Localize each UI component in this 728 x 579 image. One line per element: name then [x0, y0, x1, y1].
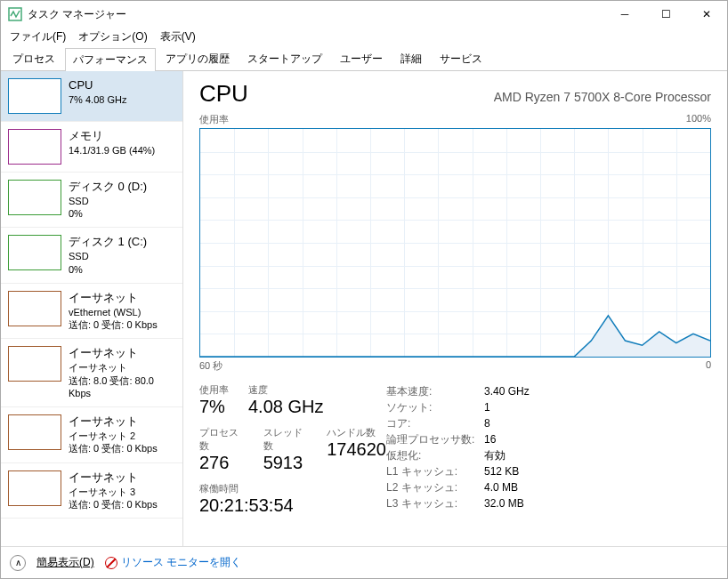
tab-processes[interactable]: プロセス	[4, 47, 63, 70]
sidebar[interactable]: CPU7% 4.08 GHz メモリ14.1/31.9 GB (44%) ディス…	[1, 71, 183, 546]
tab-services[interactable]: サービス	[432, 47, 490, 70]
stat-lbl: 稼働時間	[199, 482, 294, 495]
stat-value: 3.40 GHz	[484, 383, 530, 399]
titlebar: タスク マネージャー ─ ☐ ✕	[1, 1, 727, 28]
stat-key: 仮想化:	[386, 447, 484, 463]
resource-monitor-link[interactable]: リソース モニターを開く	[105, 555, 241, 570]
stat-lbl: 速度	[248, 383, 323, 397]
stat-value: 有効	[484, 447, 506, 463]
stat-val: 7%	[199, 397, 229, 417]
thumb-icon	[8, 78, 61, 114]
stat-key: L1 キャッシュ:	[386, 463, 484, 479]
stat-lbl: プロセス数	[199, 426, 244, 453]
stat-value: 512 KB	[484, 463, 519, 479]
sidebar-item[interactable]: イーサネットvEthernet (WSL)送信: 0 受信: 0 Kbps	[1, 284, 182, 339]
stat-val: 174620	[327, 439, 386, 460]
stat-val: 4.08 GHz	[248, 397, 323, 417]
tab-performance[interactable]: パフォーマンス	[65, 48, 156, 71]
cpu-model: AMD Ryzen 7 5700X 8-Core Processor	[494, 90, 711, 104]
minimize-button[interactable]: ─	[604, 1, 645, 28]
no-entry-icon	[105, 557, 117, 569]
stat-value: 1	[484, 399, 490, 415]
chart-label-br: 0	[706, 359, 711, 373]
menu-view[interactable]: 表示(V)	[155, 28, 201, 46]
chart-label-bl: 60 秒	[199, 359, 222, 373]
stat-key: 基本速度:	[386, 383, 484, 399]
thumb-icon	[8, 291, 61, 326]
maximize-button[interactable]: ☐	[645, 1, 686, 28]
window-title: タスク マネージャー	[28, 7, 604, 22]
stat-val: 5913	[263, 453, 308, 473]
close-button[interactable]: ✕	[686, 1, 727, 28]
stat-val: 20:21:53:54	[199, 495, 294, 516]
tab-details[interactable]: 詳細	[392, 47, 430, 70]
stat-value: 4.0 MB	[484, 479, 518, 495]
sidebar-item[interactable]: イーサネットイーサネット 2送信: 0 受信: 0 Kbps	[1, 407, 182, 462]
sidebar-item[interactable]: ディスク 1 (C:)SSD0%	[1, 228, 182, 283]
page-title: CPU	[199, 80, 248, 108]
stat-key: L2 キャッシュ:	[386, 479, 484, 495]
stat-lbl: スレッド数	[263, 426, 308, 453]
fewer-details-link[interactable]: 簡易表示(D)	[36, 555, 94, 570]
stat-lbl: ハンドル数	[327, 426, 386, 439]
thumb-icon	[8, 129, 61, 165]
tabs: プロセス パフォーマンス アプリの履歴 スタートアップ ユーザー 詳細 サービス	[1, 47, 727, 71]
menu-options[interactable]: オプション(O)	[73, 28, 152, 46]
sidebar-item[interactable]: CPU7% 4.08 GHz	[1, 71, 182, 122]
sidebar-item[interactable]: メモリ14.1/31.9 GB (44%)	[1, 122, 182, 173]
main-panel: CPU AMD Ryzen 7 5700X 8-Core Processor 使…	[183, 71, 727, 546]
sidebar-item[interactable]: イーサネットイーサネット 3送信: 0 受信: 0 Kbps	[1, 463, 182, 519]
thumb-icon	[8, 346, 61, 382]
chart-label-tl: 使用率	[199, 113, 229, 126]
thumb-icon	[8, 180, 61, 215]
cpu-chart	[199, 128, 711, 358]
stat-key: コア:	[386, 415, 484, 431]
thumb-icon	[8, 414, 61, 450]
stat-value: 32.0 MB	[484, 495, 524, 511]
menu-file[interactable]: ファイル(F)	[4, 28, 71, 46]
tab-apphistory[interactable]: アプリの履歴	[158, 47, 238, 70]
stat-lbl: 使用率	[199, 383, 229, 397]
stat-val: 276	[199, 453, 244, 473]
menubar: ファイル(F) オプション(O) 表示(V)	[1, 28, 727, 45]
footer: ∧ 簡易表示(D) リソース モニターを開く	[1, 546, 727, 578]
stat-value: 8	[484, 415, 490, 431]
chart-label-tr: 100%	[686, 113, 711, 126]
app-icon	[8, 7, 22, 21]
stat-key: L3 キャッシュ:	[386, 495, 484, 511]
thumb-icon	[8, 470, 61, 506]
chevron-up-icon[interactable]: ∧	[10, 555, 26, 571]
tab-startup[interactable]: スタートアップ	[239, 47, 330, 70]
stat-key: 論理プロセッサ数:	[386, 431, 484, 447]
sidebar-item[interactable]: ディスク 0 (D:)SSD0%	[1, 173, 182, 228]
stat-value: 16	[484, 431, 496, 447]
stat-key: ソケット:	[386, 399, 484, 415]
tab-users[interactable]: ユーザー	[332, 47, 391, 70]
thumb-icon	[8, 235, 61, 270]
sidebar-item[interactable]: イーサネットイーサネット送信: 8.0 受信: 80.0 Kbps	[1, 339, 182, 407]
